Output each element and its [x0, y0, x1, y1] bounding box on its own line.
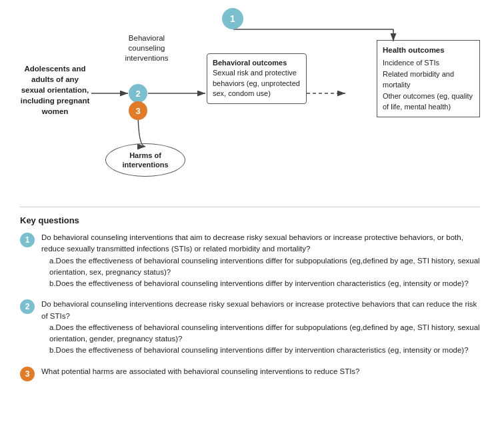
kq-item-3: 3 What potential harms are associated wi… [20, 366, 480, 381]
kq-item-2: 2 Do behavioral counseling interventions… [20, 299, 480, 356]
diagram-section: Adolescents and adults of any sexual ori… [0, 0, 500, 207]
kq-title: Key questions [20, 215, 480, 225]
badge-2-diagram: 2 [129, 84, 147, 103]
bc-label: Behavioral counseling interventions [113, 33, 180, 63]
kq-text-1: Do behavioral counseling interventions t… [41, 232, 480, 289]
kq-badge-1: 1 [20, 233, 35, 247]
kq-text-2: Do behavioral counseling interventions d… [41, 299, 480, 356]
kq-badge-2: 2 [20, 299, 35, 314]
key-questions-section: Key questions 1 Do behavioral counseling… [0, 207, 500, 404]
population-label: Adolescents and adults of any sexual ori… [20, 63, 90, 117]
badge-3-diagram: 3 [129, 101, 147, 120]
harms-ellipse: Harms ofinterventions [105, 143, 185, 177]
health-outcomes-box: Health outcomes Incidence of STIs Relate… [377, 40, 480, 117]
kq-badge-3: 3 [20, 367, 35, 381]
kq-item-1: 1 Do behavioral counseling interventions… [20, 232, 480, 289]
behavioral-outcomes-box: Behavioral outcomes Sexual risk and prot… [207, 53, 307, 104]
kq-text-3: What potential harms are associated with… [41, 366, 480, 377]
badge-1-diagram: 1 [222, 8, 243, 29]
